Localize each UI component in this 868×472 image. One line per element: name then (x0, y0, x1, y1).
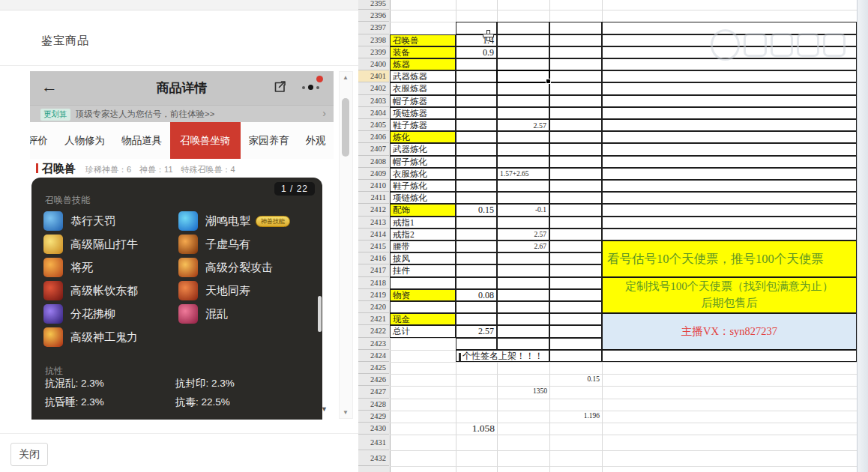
row-header[interactable]: 2412 (358, 204, 389, 216)
tab-item[interactable]: 外观 (298, 122, 334, 159)
more-dots-icon[interactable] (302, 85, 319, 90)
cell[interactable]: 0.15 (456, 204, 497, 216)
row-header[interactable]: 2422 (358, 325, 389, 337)
cell[interactable] (456, 192, 497, 204)
share-icon[interactable] (272, 79, 287, 97)
cell[interactable]: 衣服炼器 (390, 82, 456, 94)
cell[interactable]: 1.196 (549, 411, 602, 423)
cell[interactable] (602, 217, 857, 229)
cell[interactable] (549, 264, 602, 276)
cell[interactable] (549, 156, 602, 168)
cell[interactable] (602, 70, 857, 82)
cell[interactable] (549, 350, 602, 362)
cell[interactable] (602, 180, 857, 192)
cell[interactable] (456, 58, 497, 70)
skill-item[interactable]: 高级分裂攻击 (178, 258, 313, 277)
cell[interactable]: 武器炼器 (390, 70, 456, 82)
cell[interactable] (549, 46, 602, 58)
skill-item[interactable]: 天地同寿 (178, 281, 313, 300)
cell[interactable] (456, 119, 497, 131)
row-header[interactable]: 2409 (358, 168, 389, 180)
cell[interactable] (549, 58, 602, 70)
row-header[interactable] (358, 466, 389, 472)
cell[interactable] (549, 82, 602, 94)
row-header[interactable]: 2408 (358, 156, 389, 168)
skill-item[interactable]: 将死 (43, 258, 178, 277)
cell[interactable]: 武器炼化 (390, 143, 456, 155)
cell[interactable] (497, 325, 549, 337)
right-edge-strip[interactable] (857, 0, 868, 472)
cell[interactable] (456, 168, 497, 180)
cell[interactable] (456, 180, 497, 192)
row-header[interactable]: 2413 (358, 217, 389, 229)
tab-item[interactable]: 人物修为 (56, 122, 113, 159)
cell[interactable]: 总计 (390, 325, 456, 337)
cell[interactable] (497, 264, 549, 276)
cell[interactable]: 鞋子炼化 (390, 180, 456, 192)
cell[interactable]: 召唤兽 (390, 34, 456, 46)
skill-item[interactable]: 潮鸣电掣神兽技能 (178, 211, 313, 231)
promo-banner[interactable]: 更划算 顶级专家达人为您估号，前往体验>> › (30, 105, 334, 123)
cell[interactable]: 物资 (390, 289, 456, 301)
skill-item[interactable]: 高级神工鬼力 (43, 327, 178, 347)
skill-item[interactable]: 子虚乌有 (178, 235, 313, 254)
selected-cell[interactable] (496, 70, 550, 83)
cell[interactable]: 项链炼器 (390, 107, 456, 119)
cell[interactable] (602, 34, 857, 46)
cell[interactable] (497, 180, 549, 192)
skill-item[interactable]: 分花拂柳 (43, 304, 178, 324)
cell[interactable] (497, 34, 549, 46)
skill-item[interactable]: 高级帐饮东都 (43, 281, 178, 300)
merged-banner-cell[interactable]: 定制找号100个天使票（找到包满意为止）后期包售后 (602, 277, 857, 314)
row-header[interactable]: 2404 (358, 107, 389, 119)
row-header[interactable]: 2419 (358, 289, 389, 301)
cell[interactable]: 1.058 (456, 423, 497, 435)
tab-item[interactable]: 物品道具 (113, 122, 170, 159)
cell[interactable] (497, 252, 549, 264)
row-header[interactable]: 2402 (358, 82, 389, 94)
cell[interactable] (602, 131, 857, 143)
row-header[interactable]: 2396 (358, 10, 389, 22)
cell[interactable] (549, 204, 602, 216)
cell[interactable] (456, 131, 497, 143)
cell[interactable]: 0.15 (549, 374, 602, 386)
cell[interactable] (549, 180, 602, 192)
cell[interactable] (549, 325, 602, 337)
cell[interactable] (497, 289, 549, 301)
cell[interactable] (497, 107, 549, 119)
cell[interactable] (549, 301, 602, 313)
cell[interactable] (497, 301, 549, 313)
row-header[interactable]: 2430 (358, 423, 389, 435)
cell[interactable]: 炼化 (390, 131, 456, 143)
cell[interactable] (456, 156, 497, 168)
cell[interactable]: 装备 (390, 46, 456, 58)
panel-scrollbar-thumb[interactable] (318, 296, 322, 332)
outer-scrollbar[interactable]: ▲ ▼ (339, 71, 353, 419)
cell[interactable]: 2.57 (497, 229, 549, 240)
row-header[interactable]: 2395 (358, 0, 389, 10)
cell[interactable] (497, 156, 549, 168)
cell[interactable]: 炼器 (390, 58, 456, 70)
cell[interactable] (497, 277, 549, 289)
row-header[interactable]: 2397 (358, 22, 389, 34)
cell[interactable] (602, 95, 857, 107)
row-header[interactable]: 2421 (358, 313, 389, 325)
row-header[interactable]: 2410 (358, 180, 389, 192)
fill-handle[interactable] (546, 79, 551, 84)
cell[interactable] (602, 204, 857, 216)
skill-item[interactable]: 混乱 (178, 304, 313, 324)
row-header[interactable]: 2429 (358, 411, 389, 423)
cell[interactable]: 0.08 (456, 289, 497, 301)
row-header[interactable]: 2431 (358, 435, 389, 450)
cell[interactable] (549, 252, 602, 264)
cell[interactable] (549, 107, 602, 119)
row-header[interactable]: 2415 (358, 240, 389, 252)
cell[interactable] (549, 131, 602, 143)
cell[interactable] (497, 22, 549, 34)
cell[interactable]: 个性签名上架！！！ (456, 350, 549, 362)
cell[interactable]: 戒指2 (390, 229, 456, 240)
cell[interactable] (456, 313, 497, 325)
cell[interactable] (390, 301, 456, 313)
cell[interactable] (549, 217, 602, 229)
cell[interactable]: 披风 (390, 252, 456, 264)
